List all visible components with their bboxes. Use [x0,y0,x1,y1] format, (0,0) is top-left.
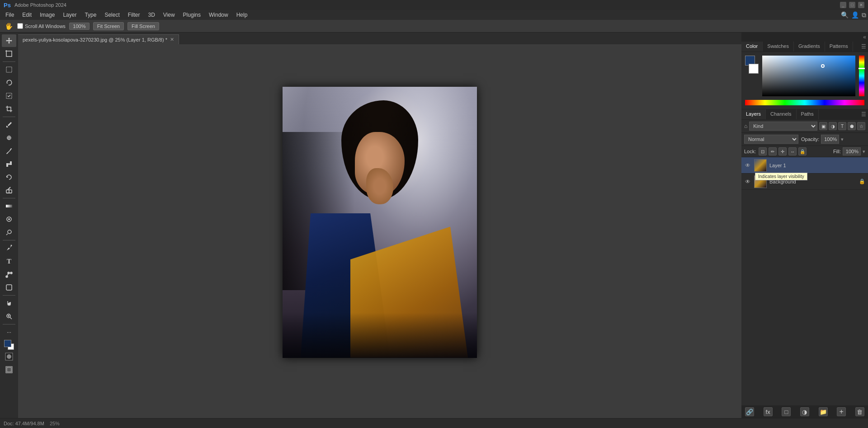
blur-tool-button[interactable] [2,213,16,226]
menu-view[interactable]: View [160,11,179,19]
restore-button[interactable]: □ [849,2,855,8]
more-tools-button[interactable]: ··· [2,326,16,339]
gradient-tool-button[interactable] [2,200,16,212]
history-brush-button[interactable] [2,171,16,183]
color-panel-tabs: Color Swatches Gradients Patterns ☰ [741,42,868,52]
menu-filter[interactable]: Filter [124,11,144,19]
layer-item-layer1[interactable]: 👁 Layer 1 [741,157,868,174]
menu-file[interactable]: File [2,11,18,19]
shape-tool-button[interactable] [2,281,16,294]
layer-visibility-tooltip: Indicates layer visibility [755,173,807,180]
menu-window[interactable]: Window [205,11,232,19]
artboard-navigate-button[interactable] [2,363,16,376]
svg-rect-19 [6,285,12,290]
menu-type[interactable]: Type [81,11,100,19]
scroll-all-windows-checkbox[interactable] [17,23,23,29]
brush-tool-button[interactable] [2,145,16,157]
new-layer-button[interactable]: + [837,407,846,416]
menu-layer[interactable]: Layer [59,11,80,19]
layer-visibility-layer1[interactable]: 👁 [744,162,751,169]
layers-bottom: 🔗 fx □ ◑ 📁 + 🗑 [741,405,868,418]
filter-pixel-btn[interactable]: ▣ [819,122,827,130]
artboard-tool-button[interactable] [2,47,16,60]
close-button[interactable]: ✕ [858,2,864,8]
rectangular-marquee-button[interactable] [2,63,16,76]
menu-image[interactable]: Image [36,11,58,19]
panel-collapse-button[interactable]: « [741,33,868,42]
lock-transparent-btn[interactable]: ⊡ [759,147,767,155]
filter-type-btn[interactable]: T [838,122,846,130]
eraser-button[interactable] [2,184,16,197]
tab-swatches[interactable]: Swatches [763,42,794,52]
filter-adjustment-btn[interactable]: ◑ [829,122,837,130]
right-panel: « Color Swatches Gradients Patterns ☰ [741,33,868,418]
new-fill-adjustment-button[interactable]: ◑ [800,407,809,416]
blend-mode-select[interactable]: Normal Dissolve Multiply Screen Overlay [744,135,798,144]
new-group-button[interactable]: 📁 [819,407,828,416]
fit-screen-button[interactable]: Fit Screen [93,22,124,30]
lasso-tool-button[interactable] [2,76,16,89]
text-tool-button[interactable]: T [2,255,16,268]
eyedropper-button[interactable] [2,118,16,131]
lock-pixels-btn[interactable]: ✏ [769,147,777,155]
tab-patterns[interactable]: Patterns [825,42,853,52]
dodge-tool-button[interactable] [2,226,16,239]
tab-gradients[interactable]: Gradients [794,42,825,52]
menu-edit[interactable]: Edit [19,11,35,19]
canvas-document[interactable] [283,87,477,358]
opacity-chevron[interactable]: ▾ [841,136,844,142]
tab-paths[interactable]: Paths [797,109,819,119]
fill-screen-button[interactable]: Fill Screen [127,22,159,30]
tab-layers[interactable]: Layers [741,109,766,119]
fill-input[interactable] [843,147,861,155]
layer-visibility-background[interactable]: 👁 [744,178,751,185]
layer-item-background[interactable]: 👁 Indicates layer visibility Background … [741,174,868,190]
zoom-tool-button[interactable] [2,310,16,323]
foreground-color-swatch[interactable] [4,340,11,347]
menu-help[interactable]: Help [233,11,251,19]
layer-effects-button[interactable]: fx [764,407,773,416]
minimize-button[interactable]: _ [840,2,846,8]
tab-color[interactable]: Color [741,42,763,52]
lock-all-btn[interactable]: 🔒 [798,147,807,155]
lock-artboard-btn[interactable]: ↔ [788,147,797,155]
tab-channels[interactable]: Channels [766,109,796,119]
layer-kind-select[interactable]: Kind Name Effect Mode Attribute Color Sm… [749,122,817,131]
zoom-input[interactable] [69,23,90,30]
object-selection-button[interactable] [2,89,16,102]
filter-smart-btn[interactable]: ☆ [857,122,865,130]
document-tab[interactable]: pexels-yuliya-kosolapova-3270230.jpg @ 2… [18,34,179,44]
fill-chevron[interactable]: ▾ [863,149,865,155]
hand-tool-button[interactable] [2,297,16,310]
arrange-icon[interactable]: ⧉ [862,11,866,19]
menu-select[interactable]: Select [101,11,123,19]
lock-label: Lock: [744,149,756,154]
lock-position-btn[interactable]: ✛ [778,147,787,155]
spectrum-bar[interactable] [745,100,864,105]
opacity-label: Opacity: [801,136,819,142]
add-mask-button[interactable]: □ [782,407,791,416]
hue-slider[interactable] [859,56,864,96]
crop-tool-button[interactable] [2,103,16,115]
healing-brush-button[interactable] [2,132,16,144]
background-color-picker[interactable] [749,64,759,74]
quick-mask-button[interactable] [2,350,16,363]
color-panel-menu[interactable]: ☰ [859,42,868,52]
layer-thumbnail-layer1 [754,159,767,172]
layers-panel-menu[interactable]: ☰ [859,109,868,119]
user-icon[interactable]: 👤 [851,11,859,19]
filter-shape-btn[interactable]: ⬟ [848,122,856,130]
clone-stamp-button[interactable] [2,158,16,170]
search-icon[interactable]: 🔍 [841,11,849,19]
opacity-input[interactable] [821,135,839,144]
close-tab-button[interactable]: ✕ [170,37,174,42]
pen-tool-button[interactable] [2,242,16,254]
color-picker-gradient[interactable] [762,56,855,96]
canvas-scroll-area[interactable] [18,44,741,418]
move-tool-button[interactable] [2,34,16,47]
link-layers-button[interactable]: 🔗 [745,407,754,416]
delete-layer-button[interactable]: 🗑 [855,407,864,416]
menu-plugins[interactable]: Plugins [179,11,204,19]
path-selection-button[interactable] [2,268,16,281]
menu-3d[interactable]: 3D [144,11,158,19]
